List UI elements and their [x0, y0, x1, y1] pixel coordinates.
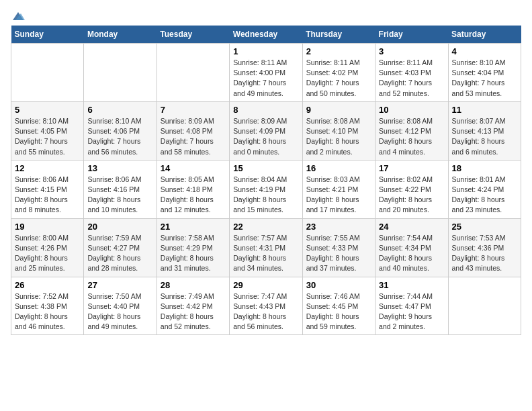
day-info: Sunrise: 7:49 AM Sunset: 4:42 PM Dayligh… — [161, 291, 226, 332]
day-number: 26 — [15, 280, 80, 290]
calendar-week-row: 26Sunrise: 7:52 AM Sunset: 4:38 PM Dayli… — [11, 277, 521, 335]
day-info: Sunrise: 8:03 AM Sunset: 4:21 PM Dayligh… — [306, 175, 371, 216]
day-number: 25 — [452, 222, 517, 232]
day-info: Sunrise: 7:52 AM Sunset: 4:38 PM Dayligh… — [15, 291, 80, 332]
day-info: Sunrise: 8:04 AM Sunset: 4:19 PM Dayligh… — [233, 175, 298, 216]
calendar-cell — [448, 277, 521, 335]
calendar-cell: 14Sunrise: 8:05 AM Sunset: 4:18 PM Dayli… — [157, 160, 229, 218]
day-number: 23 — [306, 222, 371, 232]
day-number: 8 — [233, 105, 298, 115]
day-info: Sunrise: 8:11 AM Sunset: 4:02 PM Dayligh… — [306, 58, 371, 99]
day-info: Sunrise: 8:09 AM Sunset: 4:08 PM Dayligh… — [161, 116, 226, 157]
calendar-cell: 19Sunrise: 8:00 AM Sunset: 4:26 PM Dayli… — [11, 218, 84, 277]
day-number: 24 — [379, 222, 444, 232]
day-number: 28 — [161, 280, 226, 290]
day-info: Sunrise: 8:06 AM Sunset: 4:15 PM Dayligh… — [15, 175, 80, 216]
day-number: 20 — [87, 222, 152, 232]
calendar-cell: 23Sunrise: 7:55 AM Sunset: 4:33 PM Dayli… — [302, 218, 375, 277]
logo — [11, 11, 26, 19]
day-number: 30 — [306, 280, 371, 290]
calendar-cell: 18Sunrise: 8:01 AM Sunset: 4:24 PM Dayli… — [448, 160, 521, 218]
calendar-cell: 27Sunrise: 7:50 AM Sunset: 4:40 PM Dayli… — [84, 277, 157, 335]
day-info: Sunrise: 8:02 AM Sunset: 4:22 PM Dayligh… — [379, 175, 444, 216]
calendar-cell: 7Sunrise: 8:09 AM Sunset: 4:08 PM Daylig… — [157, 101, 229, 160]
day-number: 10 — [379, 105, 444, 115]
calendar-week-row: 12Sunrise: 8:06 AM Sunset: 4:15 PM Dayli… — [11, 160, 521, 218]
day-info: Sunrise: 8:01 AM Sunset: 4:24 PM Dayligh… — [452, 175, 517, 216]
day-number: 3 — [379, 46, 444, 56]
day-info: Sunrise: 8:08 AM Sunset: 4:12 PM Dayligh… — [379, 116, 444, 157]
calendar-cell: 2Sunrise: 8:11 AM Sunset: 4:02 PM Daylig… — [302, 44, 375, 102]
day-number: 22 — [233, 222, 298, 232]
day-info: Sunrise: 8:10 AM Sunset: 4:04 PM Dayligh… — [452, 58, 517, 99]
day-info: Sunrise: 7:58 AM Sunset: 4:29 PM Dayligh… — [161, 233, 226, 274]
day-info: Sunrise: 8:07 AM Sunset: 4:13 PM Dayligh… — [452, 116, 517, 157]
day-number: 31 — [379, 280, 444, 290]
day-number: 21 — [161, 222, 226, 232]
calendar-cell: 24Sunrise: 7:54 AM Sunset: 4:34 PM Dayli… — [375, 218, 448, 277]
day-number: 19 — [15, 222, 80, 232]
weekday-header-monday: Monday — [84, 26, 157, 44]
calendar-cell: 12Sunrise: 8:06 AM Sunset: 4:15 PM Dayli… — [11, 160, 84, 218]
calendar-cell: 5Sunrise: 8:10 AM Sunset: 4:05 PM Daylig… — [11, 101, 84, 160]
day-number: 2 — [306, 46, 371, 56]
day-number: 7 — [161, 105, 226, 115]
day-info: Sunrise: 8:08 AM Sunset: 4:10 PM Dayligh… — [306, 116, 371, 157]
calendar-cell: 6Sunrise: 8:10 AM Sunset: 4:06 PM Daylig… — [84, 101, 157, 160]
day-number: 16 — [306, 163, 371, 173]
header — [11, 11, 521, 19]
calendar-cell: 15Sunrise: 8:04 AM Sunset: 4:19 PM Dayli… — [230, 160, 302, 218]
weekday-header-row: SundayMondayTuesdayWednesdayThursdayFrid… — [11, 26, 521, 44]
day-info: Sunrise: 7:54 AM Sunset: 4:34 PM Dayligh… — [379, 233, 444, 274]
day-number: 12 — [15, 163, 80, 173]
weekday-header-wednesday: Wednesday — [230, 26, 302, 44]
calendar-cell: 29Sunrise: 7:47 AM Sunset: 4:43 PM Dayli… — [230, 277, 302, 335]
day-number: 14 — [161, 163, 226, 173]
day-info: Sunrise: 8:09 AM Sunset: 4:09 PM Dayligh… — [233, 116, 298, 157]
weekday-header-thursday: Thursday — [302, 26, 375, 44]
day-info: Sunrise: 7:55 AM Sunset: 4:33 PM Dayligh… — [306, 233, 371, 274]
calendar-cell — [157, 44, 229, 102]
calendar: SundayMondayTuesdayWednesdayThursdayFrid… — [11, 26, 521, 335]
calendar-cell: 22Sunrise: 7:57 AM Sunset: 4:31 PM Dayli… — [230, 218, 302, 277]
day-info: Sunrise: 7:57 AM Sunset: 4:31 PM Dayligh… — [233, 233, 298, 274]
day-number: 5 — [15, 105, 80, 115]
day-info: Sunrise: 7:59 AM Sunset: 4:27 PM Dayligh… — [87, 233, 152, 274]
calendar-cell: 30Sunrise: 7:46 AM Sunset: 4:45 PM Dayli… — [302, 277, 375, 335]
day-number: 6 — [87, 105, 152, 115]
calendar-cell: 13Sunrise: 8:06 AM Sunset: 4:16 PM Dayli… — [84, 160, 157, 218]
day-number: 4 — [452, 46, 517, 56]
day-info: Sunrise: 8:00 AM Sunset: 4:26 PM Dayligh… — [15, 233, 80, 274]
day-number: 17 — [379, 163, 444, 173]
calendar-cell: 8Sunrise: 8:09 AM Sunset: 4:09 PM Daylig… — [230, 101, 302, 160]
calendar-cell: 21Sunrise: 7:58 AM Sunset: 4:29 PM Dayli… — [157, 218, 229, 277]
calendar-cell: 16Sunrise: 8:03 AM Sunset: 4:21 PM Dayli… — [302, 160, 375, 218]
weekday-header-friday: Friday — [375, 26, 448, 44]
day-info: Sunrise: 7:46 AM Sunset: 4:45 PM Dayligh… — [306, 291, 371, 332]
calendar-cell: 9Sunrise: 8:08 AM Sunset: 4:10 PM Daylig… — [302, 101, 375, 160]
day-number: 27 — [87, 280, 152, 290]
weekday-header-sunday: Sunday — [11, 26, 84, 44]
day-number: 18 — [452, 163, 517, 173]
day-info: Sunrise: 7:44 AM Sunset: 4:47 PM Dayligh… — [379, 291, 444, 332]
calendar-week-row: 19Sunrise: 8:00 AM Sunset: 4:26 PM Dayli… — [11, 218, 521, 277]
calendar-cell: 20Sunrise: 7:59 AM Sunset: 4:27 PM Dayli… — [84, 218, 157, 277]
day-info: Sunrise: 7:53 AM Sunset: 4:36 PM Dayligh… — [452, 233, 517, 274]
day-info: Sunrise: 8:05 AM Sunset: 4:18 PM Dayligh… — [161, 175, 226, 216]
calendar-cell: 17Sunrise: 8:02 AM Sunset: 4:22 PM Dayli… — [375, 160, 448, 218]
day-info: Sunrise: 8:11 AM Sunset: 4:03 PM Dayligh… — [379, 58, 444, 99]
calendar-cell: 1Sunrise: 8:11 AM Sunset: 4:00 PM Daylig… — [230, 44, 302, 102]
day-number: 13 — [87, 163, 152, 173]
calendar-cell: 10Sunrise: 8:08 AM Sunset: 4:12 PM Dayli… — [375, 101, 448, 160]
calendar-cell: 31Sunrise: 7:44 AM Sunset: 4:47 PM Dayli… — [375, 277, 448, 335]
calendar-week-row: 1Sunrise: 8:11 AM Sunset: 4:00 PM Daylig… — [11, 44, 521, 102]
day-number: 11 — [452, 105, 517, 115]
calendar-cell — [84, 44, 157, 102]
day-info: Sunrise: 7:50 AM Sunset: 4:40 PM Dayligh… — [87, 291, 152, 332]
logo-icon — [11, 11, 25, 21]
day-number: 1 — [233, 46, 298, 56]
calendar-cell: 28Sunrise: 7:49 AM Sunset: 4:42 PM Dayli… — [157, 277, 229, 335]
day-number: 9 — [306, 105, 371, 115]
calendar-cell: 4Sunrise: 8:10 AM Sunset: 4:04 PM Daylig… — [448, 44, 521, 102]
weekday-header-saturday: Saturday — [448, 26, 521, 44]
